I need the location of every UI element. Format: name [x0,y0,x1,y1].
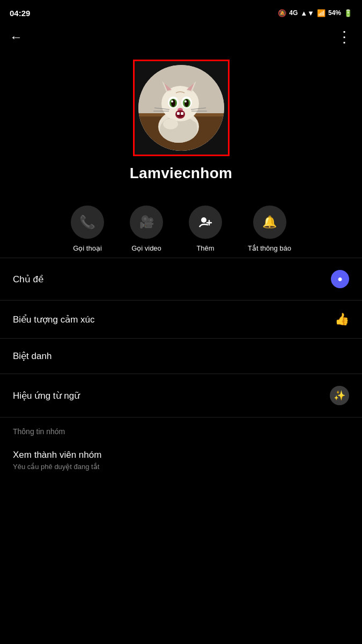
svg-point-30 [182,120,197,130]
status-time: 04:29 [10,9,30,18]
top-bar: ← ⋮ [0,24,362,54]
mute-label: Tắt thông báo [248,244,291,252]
avatar [138,65,224,151]
theme-icon: ● [331,270,349,288]
svg-point-31 [201,217,206,223]
group-members-item[interactable]: Xem thành viên nhóm Yêu cầu phê duyệt đa… [0,440,362,480]
section-group-info: Thông tin nhóm [0,418,362,440]
add-person-icon [198,215,212,229]
action-buttons: 📞 Gọi thoại 🎥 Gọi video Thêm 🔔 Tắt th [0,195,362,258]
profile-name: Lamviecnhom [130,165,233,182]
video-action[interactable]: 🎥 Gọi video [130,206,163,252]
bell-icon: 🔔 [262,215,277,229]
emoji-label: Biểu tượng cảm xúc [13,314,95,325]
word-effect-menu-item[interactable]: Hiệu ứng từ ngữ ✨ [0,374,362,417]
group-members-label: Xem thành viên nhóm [13,450,349,460]
phone-icon: 📞 [79,215,95,230]
avatar-container[interactable] [133,60,230,156]
more-options-button[interactable]: ⋮ [337,28,352,46]
word-effect-label: Hiệu ứng từ ngữ [13,390,80,401]
svg-point-18 [184,99,189,107]
add-action[interactable]: Thêm [189,206,222,252]
signal-bars: 📶 [317,9,326,17]
video-label: Gọi video [131,244,161,252]
battery-icon: 🔋 [344,9,352,17]
video-icon: 🎥 [139,215,154,229]
avatar-image [138,65,224,151]
battery: 54% [328,9,341,17]
status-icons: 🔕 4G ▲▼ 📶 54% 🔋 [278,9,352,17]
svg-rect-23 [177,112,180,115]
call-label: Gọi thoại [73,244,102,252]
call-circle: 📞 [71,206,104,239]
word-effect-icon: ✨ [330,386,349,405]
svg-point-29 [163,119,178,129]
nickname-label: Biệt danh [13,350,51,362]
call-action[interactable]: 📞 Gọi thoại [71,206,104,252]
svg-point-14 [171,99,175,107]
more-dots-icon: ⋮ [337,28,352,46]
video-circle: 🎥 [130,206,163,239]
status-bar: 04:29 🔕 4G ▲▼ 📶 54% 🔋 [0,0,362,24]
theme-label: Chủ đề [13,274,43,285]
mute-action[interactable]: 🔔 Tắt thông báo [248,206,291,252]
profile-section: Lamviecnhom [0,54,362,195]
signal-icon: ▲▼ [300,9,314,17]
add-label: Thêm [196,244,214,252]
add-circle [189,206,222,239]
mute-icon: 🔕 [278,9,286,17]
emoji-menu-item[interactable]: Biểu tượng cảm xúc 👍 [0,301,362,338]
mute-circle: 🔔 [253,206,286,239]
nickname-menu-item[interactable]: Biệt danh [0,339,362,374]
theme-menu-item[interactable]: Chủ đề ● [0,258,362,300]
back-arrow-icon: ← [10,30,23,45]
svg-rect-24 [181,112,183,115]
group-members-sublabel: Yêu cầu phê duyệt đang tắt [13,463,349,471]
svg-point-19 [184,100,187,103]
back-button[interactable]: ← [10,30,23,45]
thumbs-up-icon: 👍 [335,312,349,326]
network-type: 4G [289,9,298,17]
svg-point-15 [171,100,173,103]
